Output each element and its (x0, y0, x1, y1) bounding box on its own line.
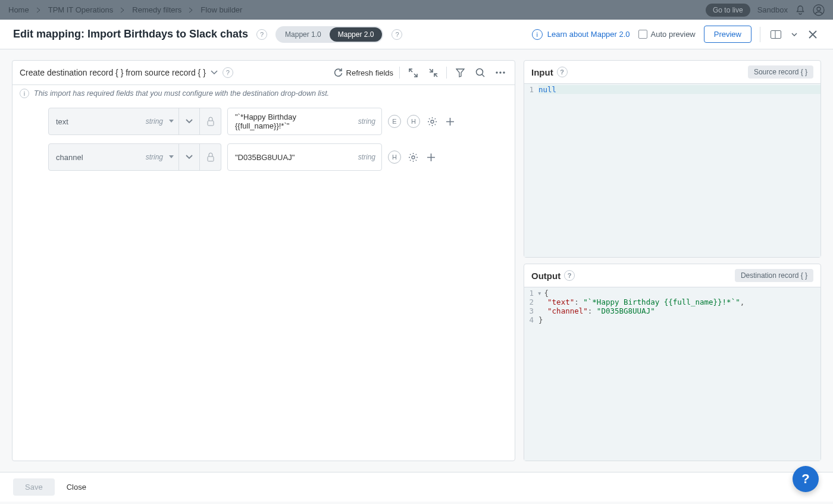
input-help-icon[interactable]: ? (557, 67, 568, 77)
breadcrumb-3[interactable]: Flow builder (201, 5, 242, 14)
h-badge-button[interactable]: H (388, 151, 401, 164)
close-button[interactable] (806, 27, 820, 42)
io-panels: Input ? Source record { } 1null Output ?… (524, 60, 821, 461)
refresh-icon (334, 68, 343, 77)
expand-all-button[interactable] (406, 65, 420, 80)
destination-expand-button[interactable] (178, 143, 200, 171)
chevron-right-icon (120, 7, 125, 13)
destination-type: string (146, 117, 163, 126)
chevron-down-icon[interactable] (791, 33, 797, 36)
svg-point-6 (496, 71, 497, 73)
source-record-chip: Source record { } (748, 65, 813, 79)
help-fab[interactable]: ? (793, 466, 819, 492)
destination-lock-button[interactable] (200, 143, 221, 171)
source-type: string (358, 153, 375, 161)
mapper-help-icon[interactable]: ? (392, 29, 402, 40)
title-help-icon[interactable]: ? (256, 29, 267, 40)
filter-icon (456, 68, 465, 77)
footer: Save Close (0, 472, 833, 502)
destination-name: text (56, 117, 142, 126)
mapper-1-tab[interactable]: Mapper 1.0 (277, 27, 330, 42)
breadcrumb-2[interactable]: Remedy filters (132, 5, 181, 14)
close-button[interactable]: Close (67, 483, 86, 492)
svg-point-7 (499, 71, 501, 73)
refresh-fields-button[interactable]: Refresh fields (334, 68, 393, 77)
mapper-version-toggle: Mapper 1.0 Mapper 2.0 (275, 26, 383, 43)
breadcrumb-1[interactable]: TPM IT Operations (48, 5, 114, 14)
layout-toggle-button[interactable] (769, 27, 783, 42)
add-row-button[interactable] (425, 151, 437, 163)
user-avatar-icon[interactable] (813, 4, 825, 16)
source-expression-text: "`*Happy Birthday {{full_name}}!*`" (235, 112, 348, 130)
source-expression-field[interactable]: "`*Happy Birthday {{full_name}}!*`" stri… (227, 108, 382, 135)
mapping-row: text string "`*Happy Birthday {{full_nam… (48, 108, 503, 135)
breadcrumb-home[interactable]: Home (8, 5, 29, 14)
destination-record-chip: Destination record { } (735, 269, 813, 282)
more-icon (496, 71, 505, 74)
bell-icon[interactable] (795, 5, 806, 15)
input-title: Input (531, 67, 553, 77)
auto-preview-checkbox[interactable]: Auto preview (638, 30, 696, 39)
gear-icon (408, 152, 418, 162)
collapse-all-button[interactable] (426, 65, 440, 80)
destination-field[interactable]: channel string (48, 143, 179, 171)
plus-icon (446, 117, 455, 126)
workspace: Create destination record { } from sourc… (0, 49, 833, 472)
destination-name: channel (56, 153, 142, 162)
go-live-pill[interactable]: Go to live (706, 4, 750, 17)
svg-rect-11 (208, 156, 214, 161)
output-code[interactable]: 1▾{2 "text": "`*Happy Birthday {{full_na… (524, 287, 821, 461)
add-row-button[interactable] (444, 115, 456, 127)
global-top-bar: Home TPM IT Operations Remedy filters Fl… (0, 0, 833, 20)
mapping-rows: text string "`*Happy Birthday {{full_nam… (12, 102, 515, 183)
svg-line-5 (482, 74, 484, 77)
chevron-down-icon (186, 119, 193, 124)
breadcrumb: Home TPM IT Operations Remedy filters Fl… (8, 5, 242, 14)
close-icon (808, 30, 818, 39)
mapping-panel-header: Create destination record { } from sourc… (12, 61, 515, 85)
mapping-row: channel string "D035BG8UUAJ" string H (48, 143, 503, 171)
notice-text: This import has required fields that you… (34, 89, 329, 98)
expand-icon (409, 68, 418, 77)
required-fields-notice: i This import has required fields that y… (12, 85, 515, 102)
output-title: Output (531, 271, 560, 281)
input-null-value: null (538, 85, 556, 94)
output-help-icon[interactable]: ? (564, 270, 575, 281)
destination-expand-button[interactable] (178, 108, 200, 135)
sandbox-label[interactable]: Sandbox (757, 5, 788, 14)
search-button[interactable] (473, 65, 487, 80)
mapping-heading: Create destination record { } from sourc… (20, 68, 206, 77)
destination-lock-button[interactable] (200, 108, 221, 135)
heading-help-icon[interactable]: ? (223, 67, 233, 78)
gear-icon (427, 117, 437, 127)
page-header: Edit mapping: Import Birthdays to Slack … (0, 20, 833, 49)
checkbox-icon (638, 30, 647, 39)
divider (760, 27, 760, 42)
divider (399, 67, 400, 79)
destination-type: string (146, 153, 163, 161)
caret-down-icon (169, 120, 174, 123)
source-type: string (358, 117, 375, 126)
svg-point-10 (431, 120, 434, 123)
search-icon (475, 68, 485, 77)
divider (446, 67, 447, 79)
source-expression-field[interactable]: "D035BG8UUAJ" string (227, 143, 382, 171)
input-code[interactable]: 1null (524, 84, 821, 257)
learn-about-mapper-link[interactable]: i Learn about Mapper 2.0 (532, 29, 630, 40)
row-settings-button[interactable] (407, 151, 419, 163)
refresh-fields-label: Refresh fields (346, 68, 393, 77)
h-badge-button[interactable]: H (407, 115, 420, 128)
info-icon: i (20, 89, 29, 98)
chevron-down-icon[interactable] (211, 70, 218, 75)
source-expression-text: "D035BG8UUAJ" (235, 153, 295, 162)
e-badge-button[interactable]: E (388, 115, 401, 128)
row-settings-button[interactable] (426, 115, 438, 127)
more-button[interactable] (493, 65, 508, 80)
destination-field[interactable]: text string (48, 108, 179, 135)
mapper-2-tab[interactable]: Mapper 2.0 (330, 27, 383, 42)
svg-rect-9 (208, 121, 214, 126)
filter-button[interactable] (453, 65, 467, 80)
svg-point-12 (412, 156, 415, 159)
preview-button[interactable]: Preview (704, 26, 751, 43)
chevron-right-icon (189, 7, 193, 13)
